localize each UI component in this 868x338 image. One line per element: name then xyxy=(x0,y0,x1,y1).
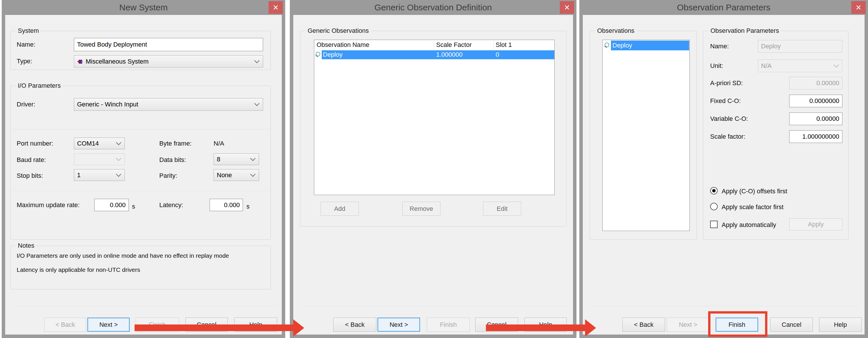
dialog-title: New System xyxy=(2,3,285,12)
parity-dropdown[interactable]: None xyxy=(214,169,259,181)
back-button[interactable]: < Back xyxy=(622,317,665,332)
driver-label: Driver: xyxy=(17,101,35,108)
fixed-co-value: 0.0000000 xyxy=(809,97,839,105)
list-item-label: Deploy xyxy=(612,42,632,49)
observation-parameters-dialog: Observation Parameters ✕ Observations De… xyxy=(579,0,868,338)
observations-list[interactable]: Deploy xyxy=(602,40,690,231)
button-separator xyxy=(15,306,277,307)
apriori-sd-label: A-priori SD: xyxy=(710,80,743,87)
notes-group-label: Notes xyxy=(16,242,36,249)
apply-automatically-checkbox[interactable] xyxy=(710,221,718,228)
observation-parameters-titlebar[interactable]: Observation Parameters ✕ xyxy=(579,0,868,15)
observation-icon xyxy=(604,42,610,49)
column-header-slot-1[interactable]: Slot 1 xyxy=(496,41,512,49)
dialog-title: Observation Parameters xyxy=(579,3,868,12)
chevron-down-icon xyxy=(250,172,255,177)
next-button: Next > xyxy=(667,317,709,332)
observations-table[interactable]: Observation Name Scale Factor Slot 1 Dep… xyxy=(314,40,555,195)
data-bits-dropdown[interactable]: 8 xyxy=(214,153,259,165)
workflow-arrow-1-body xyxy=(134,325,293,331)
add-button[interactable]: Add xyxy=(320,202,359,216)
finish-button: Finish xyxy=(427,317,470,332)
help-button[interactable]: Help xyxy=(819,317,862,332)
system-type-icon xyxy=(77,59,83,64)
apply-scale-first-radio[interactable] xyxy=(710,203,718,210)
system-type-dropdown[interactable]: Miscellaneous System xyxy=(74,55,263,68)
observations-group-label: Observations xyxy=(595,27,637,34)
byte-frame-label: Byte frame: xyxy=(159,140,191,147)
chevron-down-icon xyxy=(254,101,259,106)
apply-button: Apply xyxy=(789,218,842,231)
next-button[interactable]: Next > xyxy=(87,317,130,332)
baud-rate-dropdown xyxy=(74,153,125,165)
io-separator xyxy=(11,191,270,191)
wizard-sequence-screenshot: New System ✕ System Name: Towed Body Dep… xyxy=(0,0,868,338)
edit-button[interactable]: Edit xyxy=(483,202,521,216)
apply-offsets-first-label[interactable]: Apply (C-O) offsets first xyxy=(722,188,787,195)
max-update-rate-label: Maximum update rate: xyxy=(17,202,80,209)
table-row[interactable]: Deploy 1.000000 0 xyxy=(314,50,554,59)
data-bits-label: Data bits: xyxy=(159,156,186,164)
max-update-rate-input[interactable]: 0.000 xyxy=(94,199,129,211)
cell-slot-1: 0 xyxy=(496,51,499,58)
driver-value: Generic - Winch Input xyxy=(77,101,138,108)
scale-factor-input[interactable]: 1.000000000 xyxy=(789,130,842,143)
chevron-down-icon xyxy=(116,140,121,145)
observation-icon xyxy=(315,52,321,58)
apply-scale-first-label[interactable]: Apply scale factor first xyxy=(722,204,783,211)
column-header-scale-factor[interactable]: Scale Factor xyxy=(436,41,472,49)
parity-value: None xyxy=(217,172,232,179)
system-group-label: System xyxy=(16,27,41,34)
back-button[interactable]: < Back xyxy=(333,317,376,332)
max-update-rate-unit: s xyxy=(132,203,135,210)
observation-parameters-content: Observations Deploy Observation Paramete… xyxy=(583,15,865,335)
driver-dropdown[interactable]: Generic - Winch Input xyxy=(74,98,263,111)
port-number-dropdown[interactable]: COM14 xyxy=(74,137,125,149)
apriori-sd-input: 0.00000 xyxy=(789,77,842,89)
workflow-arrow-1-head-icon xyxy=(293,319,304,337)
chevron-down-icon xyxy=(116,156,121,161)
button-separator xyxy=(300,306,566,307)
latency-unit: s xyxy=(246,203,250,210)
chevron-down-icon xyxy=(834,62,839,67)
apply-automatically-label[interactable]: Apply automatically xyxy=(722,221,776,229)
apply-offsets-first-radio[interactable] xyxy=(710,187,718,194)
io-parameters-group-label: I/O Parameters xyxy=(16,82,63,89)
remove-button[interactable]: Remove xyxy=(402,202,440,216)
io-separator xyxy=(11,129,270,129)
variable-co-value: 0.00000 xyxy=(816,115,839,123)
stop-bits-value: 1 xyxy=(77,172,81,179)
parity-label: Parity: xyxy=(159,172,177,180)
notes-line-2: Latency is only applicable for non-UTC d… xyxy=(17,266,140,273)
unit-label: Unit: xyxy=(710,62,723,70)
close-icon[interactable]: ✕ xyxy=(269,1,283,14)
cancel-button[interactable]: Cancel xyxy=(770,317,813,332)
dialog-title: Generic Observation Definition xyxy=(290,3,577,12)
max-update-rate-value: 0.000 xyxy=(110,202,126,209)
system-type-value: Miscellaneous System xyxy=(86,58,149,65)
new-system-dialog: New System ✕ System Name: Towed Body Dep… xyxy=(2,0,285,338)
scale-factor-label: Scale factor: xyxy=(710,133,745,141)
latency-input[interactable]: 0.000 xyxy=(210,199,243,211)
port-number-value: COM14 xyxy=(77,140,99,147)
stop-bits-dropdown[interactable]: 1 xyxy=(74,169,125,181)
system-name-input[interactable]: Towed Body Deployment xyxy=(74,38,263,51)
workflow-arrow-2-head-icon xyxy=(585,319,596,337)
name-label: Name: xyxy=(17,41,35,48)
new-system-titlebar[interactable]: New System ✕ xyxy=(2,0,285,15)
list-item[interactable]: Deploy xyxy=(603,40,689,50)
column-divider xyxy=(493,41,494,49)
next-button[interactable]: Next > xyxy=(377,317,420,332)
apriori-sd-value: 0.00000 xyxy=(816,80,839,87)
fixed-co-input[interactable]: 0.0000000 xyxy=(789,95,842,107)
scale-factor-value: 1.000000000 xyxy=(802,133,839,141)
close-icon[interactable]: ✕ xyxy=(851,1,866,14)
notes-line-1: I/O Parameters are only used in online m… xyxy=(17,252,229,259)
close-icon[interactable]: ✕ xyxy=(560,1,574,14)
unit-value: N/A xyxy=(761,62,772,70)
generic-observation-titlebar[interactable]: Generic Observation Definition ✕ xyxy=(290,0,577,15)
system-name-value: Towed Body Deployment xyxy=(77,41,147,48)
column-header-observation-name[interactable]: Observation Name xyxy=(316,41,369,49)
workflow-arrow-2-body xyxy=(486,325,585,331)
variable-co-input[interactable]: 0.00000 xyxy=(789,113,842,125)
